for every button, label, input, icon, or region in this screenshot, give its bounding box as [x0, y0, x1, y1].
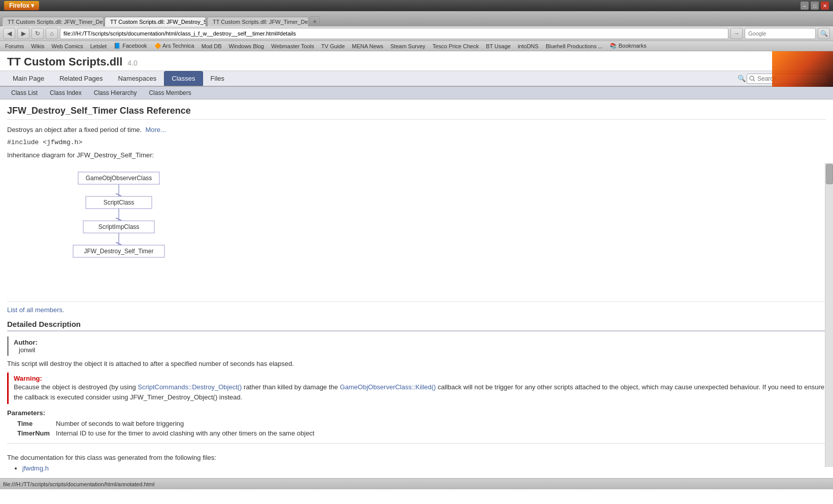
warning-text: Because the object is destroyed (by usin…: [14, 382, 826, 402]
subnav-class-list[interactable]: Class List: [5, 87, 44, 99]
warning-text-pre: Because the object is destroyed (by usin…: [14, 383, 138, 391]
new-tab-button[interactable]: +: [310, 16, 320, 26]
address-bar[interactable]: [60, 28, 728, 39]
bookmark-steam-survey[interactable]: Steam Survey: [388, 43, 427, 50]
dox-nav: Main Page Related Pages Namespaces Class…: [0, 71, 833, 87]
script-desc: This script will destroy the object it i…: [7, 360, 826, 367]
param-row-0: Time Number of seconds to wait before tr…: [17, 419, 320, 428]
subnav-class-members[interactable]: Class Members: [143, 87, 197, 99]
node-gameobj: GameObjObserverClass: [86, 175, 152, 182]
bookmark-windows-blog[interactable]: Windows Blog: [227, 43, 266, 50]
node-scriptimpclass: ScriptImpClass: [98, 223, 140, 230]
bookmark-tv-guide[interactable]: TV Guide: [319, 43, 347, 50]
nav-classes[interactable]: Classes: [164, 71, 203, 86]
bookmark-wikis[interactable]: Wikis: [29, 43, 46, 50]
bookmark-facebook[interactable]: 📘 Facebook: [112, 42, 149, 50]
tab-label-0: TT Custom Scripts.dll: JFW_Timer_De...: [8, 19, 104, 25]
include-line: #include <jfwdmg.h>: [7, 139, 826, 146]
author-value: jonwil: [14, 346, 826, 354]
browser-tab-1[interactable]: TT Custom Scripts.dll: JFW_Destroy_S... …: [105, 17, 206, 26]
bookmark-bluehell[interactable]: Bluehell Productions ...: [544, 43, 605, 50]
browser-search-button[interactable]: 🔍: [818, 28, 830, 39]
bookmark-ars-technica[interactable]: 🔶 Ars Technica: [152, 42, 196, 50]
close-button[interactable]: ✕: [821, 2, 829, 10]
author-block: Author: jonwil: [7, 337, 826, 356]
dox-header: TT Custom Scripts.dll 4.0: [0, 51, 833, 71]
page-title: TT Custom Scripts.dll: [7, 55, 122, 69]
nav-related-pages[interactable]: Related Pages: [52, 71, 110, 86]
nav-files[interactable]: Files: [203, 71, 232, 86]
firefox-menu-button[interactable]: Firefox ▾: [4, 1, 39, 10]
dox-content: JFW_Destroy_Self_Timer Class Reference D…: [0, 99, 833, 478]
bookmark-mod-db[interactable]: Mod DB: [199, 43, 224, 50]
files-intro: The documentation for this class was gen…: [7, 454, 826, 461]
params-table: Time Number of seconds to wait before tr…: [17, 419, 320, 438]
decorative-header-image: [772, 51, 833, 87]
bookmark-letslet[interactable]: Letslet: [88, 43, 109, 50]
forward-button[interactable]: ▶: [17, 28, 29, 39]
files-section: The documentation for this class was gen…: [7, 443, 826, 472]
warning-label: Warning:: [14, 375, 826, 382]
brief-text: Destroys an object after a fixed period …: [7, 126, 142, 133]
bookmark-mena-news[interactable]: MENA News: [350, 43, 385, 50]
author-label: Author:: [14, 339, 826, 346]
warning-text-mid: rather than killed by damage the: [242, 383, 340, 391]
nav-main-page[interactable]: Main Page: [5, 71, 52, 86]
param-name-0: Time: [17, 419, 56, 428]
tab-label-1: TT Custom Scripts.dll: JFW_Destroy_S...: [110, 19, 206, 25]
node-scriptclass: ScriptClass: [104, 199, 135, 206]
nav-bar: ◀ ▶ ↻ ⌂ → 🔍: [0, 26, 833, 41]
bookmark-tesco[interactable]: Tesco Price Check: [430, 43, 481, 50]
param-desc-1: Internal ID to use for the timer to avoi…: [56, 428, 320, 438]
detail-heading: Detailed Description: [7, 320, 826, 331]
list-all-members-link[interactable]: List of all members.: [7, 301, 826, 314]
home-button[interactable]: ⌂: [46, 28, 58, 39]
browser-titlebar: Firefox ▾ – □ ✕: [0, 0, 833, 11]
bookmark-webmaster-tools[interactable]: Webmaster Tools: [269, 43, 316, 50]
status-bar: file:///H:/TT/scripts/scripts/documentat…: [0, 478, 833, 489]
inherit-heading: Inheritance diagram for JFW_Destroy_Self…: [7, 151, 826, 159]
dox-subnav: Class List Class Index Class Hierarchy C…: [0, 87, 833, 99]
warning-block: Warning: Because the object is destroyed…: [7, 373, 826, 404]
file-list-item-0: jfwdmg.h: [22, 464, 826, 472]
page-version: 4.0: [127, 59, 137, 67]
back-button[interactable]: ◀: [3, 28, 15, 39]
bookmark-forums[interactable]: Forums: [3, 43, 26, 50]
window-controls: – □ ✕: [801, 2, 829, 10]
param-row-1: TimerNum Internal ID to use for the time…: [17, 428, 320, 438]
params-label: Parameters:: [7, 409, 826, 417]
page-wrapper: TT Custom Scripts.dll 4.0 Main Page Rela…: [0, 51, 833, 478]
bookmark-intodns[interactable]: intoDNS: [516, 43, 541, 50]
inheritance-diagram: GameObjObserverClass ScriptClass ScriptI…: [48, 168, 190, 291]
scrollbar[interactable]: [825, 163, 833, 467]
browser-tab-2[interactable]: TT Custom Scripts.dll: JFW_Timer_De... ✕: [207, 17, 309, 26]
file-link-0[interactable]: jfwdmg.h: [22, 464, 49, 472]
minimize-button[interactable]: –: [801, 2, 809, 10]
class-ref-title: JFW_Destroy_Self_Timer Class Reference: [7, 106, 826, 120]
scrollbar-thumb[interactable]: [826, 164, 833, 184]
file-list: jfwdmg.h: [22, 464, 826, 472]
maximize-button[interactable]: □: [811, 2, 819, 10]
go-button[interactable]: →: [730, 28, 743, 39]
subnav-class-index[interactable]: Class Index: [44, 87, 88, 99]
more-link[interactable]: More...: [145, 126, 165, 133]
subnav-class-hierarchy[interactable]: Class Hierarchy: [88, 87, 143, 99]
killed-link[interactable]: GameObjObserverClass::Killed(): [340, 383, 436, 391]
browser-search-input[interactable]: [745, 28, 816, 39]
bookmark-bookmarks[interactable]: 📚 Bookmarks: [608, 42, 648, 50]
param-name-1: TimerNum: [17, 428, 56, 438]
tab-bar: TT Custom Scripts.dll: JFW_Timer_De... ✕…: [0, 11, 833, 26]
browser-tab-0[interactable]: TT Custom Scripts.dll: JFW_Timer_De... ✕: [2, 17, 104, 26]
destroy-object-link[interactable]: ScriptCommands::Destroy_Object(): [138, 383, 242, 391]
class-brief: Destroys an object after a fixed period …: [7, 126, 826, 133]
tab-label-2: TT Custom Scripts.dll: JFW_Timer_De...: [213, 19, 309, 25]
inheritance-svg: GameObjObserverClass ScriptClass ScriptI…: [48, 168, 190, 290]
nav-namespaces[interactable]: Namespaces: [110, 71, 164, 86]
node-jfw: JFW_Destroy_Self_Timer: [84, 248, 154, 255]
param-desc-0: Number of seconds to wait before trigger…: [56, 419, 320, 428]
dox-title-area: TT Custom Scripts.dll 4.0: [7, 55, 826, 69]
status-text: file:///H:/TT/scripts/scripts/documentat…: [3, 481, 154, 487]
bookmark-web-comics[interactable]: Web Comics: [50, 43, 85, 50]
reload-button[interactable]: ↻: [31, 28, 44, 39]
bookmark-bt-usage[interactable]: BT Usage: [484, 43, 513, 50]
